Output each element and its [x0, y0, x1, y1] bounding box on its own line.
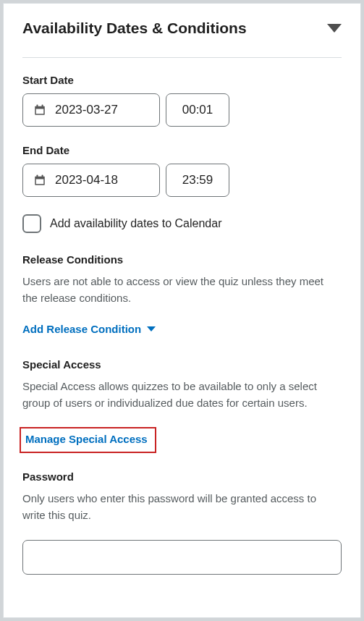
special-access-section: Special Access Special Access allows qui…	[22, 358, 342, 468]
start-date-row: 2023-03-27 00:01	[22, 93, 342, 127]
panel-header: Availability Dates & Conditions	[22, 20, 342, 58]
collapse-toggle-icon[interactable]	[327, 24, 342, 33]
password-section: Password Only users who enter this passw…	[22, 470, 342, 575]
calendar-icon	[33, 104, 46, 117]
end-date-input[interactable]: 2023-04-18	[22, 164, 160, 197]
calendar-checkbox-label: Add availability dates to Calendar	[50, 217, 221, 230]
start-date-input[interactable]: 2023-03-27	[22, 93, 160, 127]
add-release-condition-button[interactable]: Add Release Condition	[22, 323, 156, 335]
start-time-value: 00:01	[182, 103, 213, 117]
calendar-icon	[33, 174, 46, 187]
svg-rect-6	[37, 175, 38, 178]
add-release-condition-label: Add Release Condition	[22, 323, 141, 335]
chevron-down-icon	[147, 326, 156, 331]
start-time-input[interactable]: 00:01	[166, 93, 229, 127]
availability-panel: Availability Dates & Conditions Start Da…	[3, 3, 361, 618]
start-date-section: Start Date 2023-03-27 00:01	[22, 74, 342, 127]
release-conditions-heading: Release Conditions	[22, 253, 342, 266]
svg-rect-3	[42, 105, 43, 108]
end-time-value: 23:59	[182, 173, 213, 187]
manage-special-access-highlight: Manage Special Access	[20, 427, 156, 453]
calendar-checkbox[interactable]	[22, 214, 41, 233]
password-help: Only users who enter this password will …	[22, 490, 342, 524]
svg-rect-5	[36, 179, 44, 185]
special-access-help: Special Access allows quizzes to be avai…	[22, 378, 342, 412]
manage-special-access-button[interactable]: Manage Special Access	[25, 433, 148, 445]
svg-rect-1	[36, 109, 44, 114]
password-heading: Password	[22, 470, 342, 483]
password-input[interactable]	[22, 540, 342, 575]
end-date-label: End Date	[22, 144, 342, 156]
start-date-value: 2023-03-27	[55, 103, 118, 117]
release-conditions-section: Release Conditions Users are not able to…	[22, 253, 342, 355]
release-conditions-help: Users are not able to access or view the…	[22, 273, 342, 307]
special-access-heading: Special Access	[22, 358, 342, 371]
end-time-input[interactable]: 23:59	[166, 164, 229, 197]
svg-rect-7	[42, 175, 43, 178]
calendar-checkbox-row: Add availability dates to Calendar	[22, 214, 342, 233]
end-date-value: 2023-04-18	[55, 173, 118, 187]
end-date-section: End Date 2023-04-18 23:59	[22, 144, 342, 197]
svg-rect-2	[37, 105, 38, 108]
start-date-label: Start Date	[22, 74, 342, 86]
panel-title: Availability Dates & Conditions	[22, 20, 247, 37]
end-date-row: 2023-04-18 23:59	[22, 164, 342, 197]
